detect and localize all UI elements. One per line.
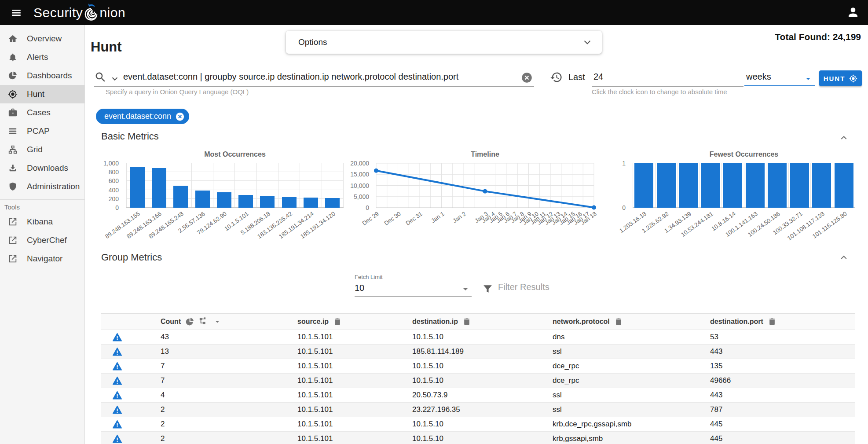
sidebar-item-cases[interactable]: Cases xyxy=(0,103,84,122)
sidebar-item-cyberchef[interactable]: CyberChef xyxy=(0,231,84,250)
sidebar-item-administration[interactable]: Administration xyxy=(0,177,84,196)
bar[interactable] xyxy=(282,197,297,208)
menu-icon[interactable] xyxy=(9,5,24,20)
table-cell[interactable]: 2 xyxy=(161,434,297,443)
table-cell[interactable]: 20.50.73.9 xyxy=(412,391,553,400)
table-cell[interactable]: 443 xyxy=(710,347,855,356)
table-cell[interactable]: 445 xyxy=(710,420,855,429)
time-value-input[interactable] xyxy=(593,72,739,82)
trash-icon[interactable] xyxy=(614,317,623,326)
alert-triangle-icon[interactable] xyxy=(112,405,122,415)
bar[interactable] xyxy=(790,163,809,208)
clock-history-icon[interactable] xyxy=(550,71,563,84)
fetch-limit-select[interactable]: 10 xyxy=(355,283,364,293)
table-cell[interactable]: 10.1.5.10 xyxy=(412,420,553,429)
table-row[interactable]: 210.1.5.10110.1.5.10krb,gssapi,smb445 xyxy=(101,432,855,444)
table-cell[interactable]: 4 xyxy=(161,391,297,400)
table-cell[interactable]: 787 xyxy=(710,405,855,414)
sidebar-item-overview[interactable]: Overview xyxy=(0,29,84,48)
filter-results-input[interactable] xyxy=(498,282,853,295)
alert-triangle-icon[interactable] xyxy=(112,376,122,386)
table-cell[interactable]: krb,gssapi,smb xyxy=(553,434,710,443)
table-cell[interactable]: 185.81.114.189 xyxy=(412,347,553,356)
search-icon[interactable] xyxy=(94,71,107,84)
sidebar-item-navigator[interactable]: Navigator xyxy=(0,250,84,268)
column-header-destination-ip[interactable]: destination.ip xyxy=(412,317,553,326)
table-cell[interactable]: 2 xyxy=(161,405,297,414)
collapse-basic-metrics-icon[interactable] xyxy=(838,132,850,143)
remove-filter-icon[interactable] xyxy=(175,112,185,121)
table-cell[interactable]: 135 xyxy=(710,362,855,371)
table-cell[interactable]: 53 xyxy=(710,333,855,341)
bar[interactable] xyxy=(746,163,765,208)
column-header-network-protocol[interactable]: network.protocol xyxy=(553,317,710,326)
table-cell[interactable]: 10.1.5.101 xyxy=(297,420,412,429)
bar[interactable] xyxy=(260,196,275,208)
table-cell[interactable]: dce_rpc xyxy=(553,362,710,371)
table-cell[interactable]: 10.1.5.101 xyxy=(297,333,412,341)
table-cell[interactable]: 10.1.5.101 xyxy=(297,405,412,414)
query-history-caret-icon[interactable] xyxy=(110,74,120,84)
bar[interactable] xyxy=(835,163,853,208)
sidebar-item-grid[interactable]: Grid xyxy=(0,140,84,159)
query-input[interactable] xyxy=(123,72,519,82)
sankey-diagram-icon[interactable] xyxy=(199,317,209,327)
alert-triangle-icon[interactable] xyxy=(112,347,122,357)
bar[interactable] xyxy=(723,163,742,208)
bar[interactable] xyxy=(325,198,340,208)
table-cell[interactable]: 443 xyxy=(710,391,855,400)
bar[interactable] xyxy=(217,192,231,208)
table-cell[interactable]: 10.1.5.10 xyxy=(412,376,553,385)
bar[interactable] xyxy=(173,186,188,208)
chevron-down-icon[interactable] xyxy=(460,284,471,294)
alert-triangle-icon[interactable] xyxy=(112,434,122,444)
table-cell[interactable]: 10.1.5.101 xyxy=(297,434,412,443)
time-unit-select[interactable]: weeks xyxy=(744,70,815,86)
table-cell[interactable]: 49666 xyxy=(710,376,855,385)
table-cell[interactable]: 43 xyxy=(161,333,297,341)
bar[interactable] xyxy=(130,167,145,208)
table-cell[interactable]: 445 xyxy=(710,434,855,443)
table-cell[interactable]: ssl xyxy=(553,347,710,356)
hunt-button[interactable]: HUNT xyxy=(819,70,862,86)
table-cell[interactable]: 2 xyxy=(161,420,297,429)
alert-triangle-icon[interactable] xyxy=(112,361,122,371)
chevron-down-icon[interactable] xyxy=(213,317,222,326)
trash-icon[interactable] xyxy=(768,317,776,326)
table-row[interactable]: 4310.1.5.10110.1.5.10dns53 xyxy=(101,330,855,345)
table-row[interactable]: 710.1.5.10110.1.5.10dce_rpc49666 xyxy=(101,374,855,388)
sidebar-item-kibana[interactable]: Kibana xyxy=(0,213,84,231)
table-cell[interactable]: ssl xyxy=(553,391,710,400)
table-cell[interactable]: dce_rpc xyxy=(553,376,710,385)
collapse-group-metrics-icon[interactable] xyxy=(838,252,850,263)
table-cell[interactable]: 23.227.196.35 xyxy=(412,405,553,414)
bar[interactable] xyxy=(812,163,831,208)
user-account-icon[interactable] xyxy=(847,6,859,18)
column-header-source-ip[interactable]: source.ip xyxy=(297,317,412,326)
bar[interactable] xyxy=(657,163,676,208)
sidebar-item-pcap[interactable]: PCAP xyxy=(0,122,84,140)
alert-triangle-icon[interactable] xyxy=(112,390,122,400)
sidebar-item-downloads[interactable]: Downloads xyxy=(0,159,84,177)
column-header-count[interactable]: Count xyxy=(161,317,297,327)
bar[interactable] xyxy=(195,191,210,208)
bar[interactable] xyxy=(304,198,318,208)
table-cell[interactable]: 7 xyxy=(161,376,297,385)
table-row[interactable]: 210.1.5.10123.227.196.35ssl787 xyxy=(101,403,855,417)
table-cell[interactable]: 10.1.5.10 xyxy=(412,434,553,443)
table-row[interactable]: 210.1.5.10110.1.5.10krb,dce_rpc,gssapi,s… xyxy=(101,417,855,432)
table-cell[interactable]: 10.1.5.10 xyxy=(412,333,553,341)
trash-icon[interactable] xyxy=(462,317,471,326)
filter-chip[interactable]: event.dataset:conn xyxy=(96,109,189,124)
options-dropdown[interactable]: Options xyxy=(286,31,602,54)
table-cell[interactable]: 10.1.5.101 xyxy=(297,362,412,371)
bar[interactable] xyxy=(701,163,720,208)
table-cell[interactable]: 10.1.5.101 xyxy=(297,347,412,356)
sidebar-item-dashboards[interactable]: Dashboards xyxy=(0,66,84,85)
table-cell[interactable]: ssl xyxy=(553,405,710,414)
alert-triangle-icon[interactable] xyxy=(112,332,122,342)
bar[interactable] xyxy=(679,163,698,208)
sidebar-item-hunt[interactable]: Hunt xyxy=(0,85,84,103)
bar[interactable] xyxy=(634,163,653,208)
table-cell[interactable]: 10.1.5.10 xyxy=(412,362,553,371)
